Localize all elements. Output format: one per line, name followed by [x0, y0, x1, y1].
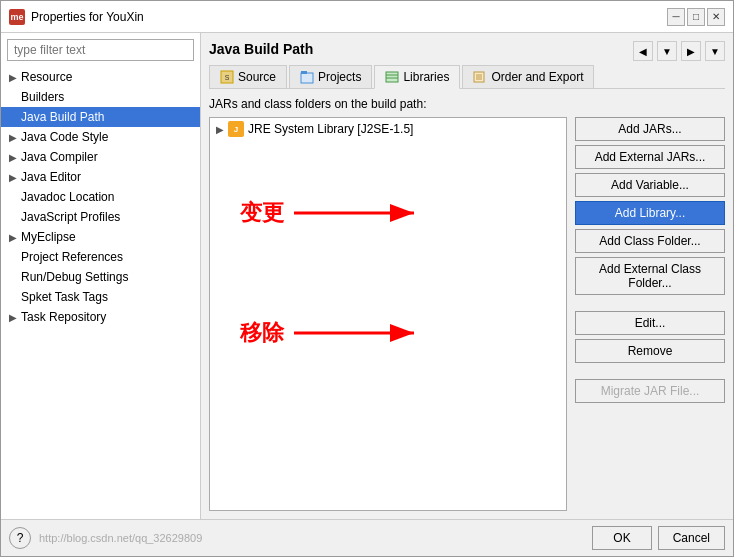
tab-order-export[interactable]: Order and Export: [462, 65, 594, 88]
minimize-button[interactable]: ─: [667, 8, 685, 26]
sidebar-item-label: JavaScript Profiles: [21, 210, 120, 224]
close-button[interactable]: ✕: [707, 8, 725, 26]
arrow-icon: ▶: [9, 72, 17, 83]
tab-projects[interactable]: Projects: [289, 65, 372, 88]
remove-annotation: 移除: [240, 318, 424, 348]
svg-rect-3: [301, 71, 307, 74]
arrow-icon: ▶: [9, 312, 17, 323]
sidebar-item-spket-task-tags[interactable]: Spket Task Tags: [1, 287, 200, 307]
remove-button[interactable]: Remove: [575, 339, 725, 363]
change-arrow-icon: [294, 198, 424, 228]
right-panel: Java Build Path ◀ ▼ ▶ ▼ S: [201, 33, 733, 519]
sidebar-item-label: Javadoc Location: [21, 190, 114, 204]
projects-tab-icon: [300, 70, 314, 84]
sidebar-item-label: Resource: [21, 70, 72, 84]
sidebar-item-javadoc-location[interactable]: Javadoc Location: [1, 187, 200, 207]
sidebar-item-label: Java Code Style: [21, 130, 108, 144]
sidebar-item-javascript-profiles[interactable]: JavaScript Profiles: [1, 207, 200, 227]
left-panel: ▶ Resource Builders Java Build Path ▶ Ja…: [1, 33, 201, 519]
app-icon: me: [9, 9, 25, 25]
content-area: JARs and class folders on the build path…: [209, 97, 725, 511]
sidebar-item-java-build-path[interactable]: Java Build Path: [1, 107, 200, 127]
sidebar-item-resource[interactable]: ▶ Resource: [1, 67, 200, 87]
migrate-jar-button[interactable]: Migrate JAR File...: [575, 379, 725, 403]
sidebar-item-builders[interactable]: Builders: [1, 87, 200, 107]
sidebar-item-label: Project References: [21, 250, 123, 264]
help-button[interactable]: ?: [9, 527, 31, 549]
tab-order-export-label: Order and Export: [491, 70, 583, 84]
add-ext-class-folder-button[interactable]: Add External Class Folder...: [575, 257, 725, 295]
panel-title: Java Build Path: [209, 41, 313, 57]
jre-icon: J: [228, 121, 244, 137]
content-description: JARs and class folders on the build path…: [209, 97, 725, 111]
sidebar-item-label: Builders: [21, 90, 64, 104]
bottom-left: ? http://blog.csdn.net/qq_32629809: [9, 527, 202, 549]
tab-libraries-label: Libraries: [403, 70, 449, 84]
bottom-bar: ? http://blog.csdn.net/qq_32629809 OK Ca…: [1, 519, 733, 556]
tab-projects-label: Projects: [318, 70, 361, 84]
nav-dropdown-button[interactable]: ▼: [657, 41, 677, 61]
title-bar: me Properties for YouXin ─ □ ✕: [1, 1, 733, 33]
nav-forward-dropdown-button[interactable]: ▼: [705, 41, 725, 61]
add-class-folder-button[interactable]: Add Class Folder...: [575, 229, 725, 253]
svg-text:S: S: [225, 74, 230, 81]
spacer: [575, 299, 725, 307]
filter-input[interactable]: [7, 39, 194, 61]
tab-source[interactable]: S Source: [209, 65, 287, 88]
remove-arrow-icon: [294, 318, 424, 348]
add-jars-button[interactable]: Add JARs...: [575, 117, 725, 141]
window-title: Properties for YouXin: [31, 10, 144, 24]
arrow-icon: ▶: [9, 172, 17, 183]
nav-back-button[interactable]: ◀: [633, 41, 653, 61]
bottom-right: OK Cancel: [592, 526, 725, 550]
dialog-window: me Properties for YouXin ─ □ ✕ ▶ Resourc…: [0, 0, 734, 557]
watermark: http://blog.csdn.net/qq_32629809: [39, 532, 202, 544]
libraries-tab-icon: [385, 70, 399, 84]
dialog-body: ▶ Resource Builders Java Build Path ▶ Ja…: [1, 33, 733, 519]
sidebar-item-label: Java Compiler: [21, 150, 98, 164]
nav-forward-button[interactable]: ▶: [681, 41, 701, 61]
maximize-button[interactable]: □: [687, 8, 705, 26]
title-bar-controls: ─ □ ✕: [667, 8, 725, 26]
order-tab-icon: [473, 70, 487, 84]
jre-library-label: JRE System Library [J2SE-1.5]: [248, 122, 413, 136]
remove-text: 移除: [240, 318, 284, 348]
change-text: 变更: [240, 198, 284, 228]
sidebar-item-java-code-style[interactable]: ▶ Java Code Style: [1, 127, 200, 147]
library-list[interactable]: ▶ J JRE System Library [J2SE-1.5] 变更: [209, 117, 567, 511]
sidebar-item-label: Java Editor: [21, 170, 81, 184]
arrow-icon: ▶: [9, 152, 17, 163]
arrow-icon: ▶: [9, 232, 17, 243]
tab-libraries[interactable]: Libraries: [374, 65, 460, 89]
content-main: ▶ J JRE System Library [J2SE-1.5] 变更: [209, 117, 725, 511]
add-external-jars-button[interactable]: Add External JARs...: [575, 145, 725, 169]
tab-source-label: Source: [238, 70, 276, 84]
svg-rect-2: [301, 73, 313, 83]
svg-rect-4: [386, 72, 398, 82]
edit-button[interactable]: Edit...: [575, 311, 725, 335]
sidebar-item-project-references[interactable]: Project References: [1, 247, 200, 267]
sidebar-item-label: Spket Task Tags: [21, 290, 108, 304]
source-tab-icon: S: [220, 70, 234, 84]
sidebar-item-label: Run/Debug Settings: [21, 270, 128, 284]
sidebar-item-label: Java Build Path: [21, 110, 104, 124]
sidebar-item-myeclipse[interactable]: ▶ MyEclipse: [1, 227, 200, 247]
expand-icon[interactable]: ▶: [216, 124, 224, 135]
sidebar-item-java-editor[interactable]: ▶ Java Editor: [1, 167, 200, 187]
buttons-panel: Add JARs... Add External JARs... Add Var…: [575, 117, 725, 511]
sidebar-item-label: Task Repository: [21, 310, 106, 324]
sidebar-item-run-debug-settings[interactable]: Run/Debug Settings: [1, 267, 200, 287]
add-variable-button[interactable]: Add Variable...: [575, 173, 725, 197]
title-bar-left: me Properties for YouXin: [9, 9, 144, 25]
cancel-button[interactable]: Cancel: [658, 526, 725, 550]
nav-arrows: ◀ ▼ ▶ ▼: [633, 41, 725, 61]
ok-button[interactable]: OK: [592, 526, 651, 550]
tab-bar: S Source Projects: [209, 65, 725, 89]
spacer2: [575, 367, 725, 375]
sidebar-item-java-compiler[interactable]: ▶ Java Compiler: [1, 147, 200, 167]
list-item[interactable]: ▶ J JRE System Library [J2SE-1.5]: [210, 118, 566, 140]
add-library-button[interactable]: Add Library...: [575, 201, 725, 225]
sidebar-item-task-repository[interactable]: ▶ Task Repository: [1, 307, 200, 327]
arrow-icon: ▶: [9, 132, 17, 143]
sidebar-item-label: MyEclipse: [21, 230, 76, 244]
